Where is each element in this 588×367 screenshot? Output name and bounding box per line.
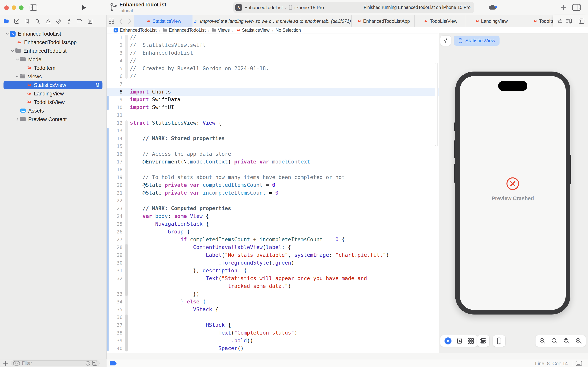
code-line-40[interactable]: 40 Spacer() xyxy=(107,344,439,352)
code-line-11[interactable]: 11 xyxy=(107,111,439,119)
cloud-status-icon[interactable] xyxy=(488,4,497,10)
code-line-17[interactable]: 17 @Environment(\.modelContext) private … xyxy=(107,158,439,166)
code-line-23[interactable]: 23 // MARK: Computed properties xyxy=(107,204,439,212)
sidebar-item-assets[interactable]: Assets xyxy=(0,107,106,115)
reports-navigator-icon[interactable] xyxy=(87,19,93,24)
find-navigator-icon[interactable] xyxy=(35,19,40,24)
tab-todolistview[interactable]: TodoListView xyxy=(415,15,466,27)
code-line-37[interactable]: 37 HStack { xyxy=(107,321,439,329)
preview-tab-chip[interactable]: StatisticsView xyxy=(454,36,500,46)
code-line-7[interactable]: 7 xyxy=(107,80,439,88)
code-line-12[interactable]: 12struct StatisticsView: View { xyxy=(107,119,439,127)
live-preview-button[interactable] xyxy=(444,337,452,345)
forward-button[interactable] xyxy=(125,15,134,27)
breadcrumb-item-enhancedtodolist[interactable]: AEnhancedTodoList xyxy=(114,28,157,33)
device-settings-button[interactable] xyxy=(477,335,489,347)
bookmarks-navigator-icon[interactable] xyxy=(25,19,30,24)
scm-status-filter-icon[interactable] xyxy=(92,361,97,366)
sidebar-item-views[interactable]: Views xyxy=(0,72,106,81)
code-line-19[interactable]: 19 // To hold stats about how many items… xyxy=(107,173,439,181)
code-line-33[interactable]: 33 }) xyxy=(107,290,439,298)
minimize-window-button[interactable] xyxy=(12,5,16,10)
code-line-15[interactable]: 15 xyxy=(107,142,439,150)
code-line-3[interactable]: 3// EnhancedTodoList xyxy=(107,49,439,57)
project-navigator-icon[interactable] xyxy=(3,19,9,24)
code-line-14[interactable]: 14 // MARK: Stored properties xyxy=(107,134,439,142)
code-line-22[interactable]: 22 xyxy=(107,197,439,204)
code-line-10[interactable]: 10import SwiftUI xyxy=(107,103,439,111)
code-line-6[interactable]: 6// xyxy=(107,72,439,80)
variants-button[interactable] xyxy=(468,338,474,344)
code-line-21[interactable]: 21 @State private var incompleteItemsCou… xyxy=(107,189,439,197)
sidebar-item-model[interactable]: Model xyxy=(0,55,106,64)
filter-input[interactable] xyxy=(22,361,80,366)
activity-status-bar[interactable]: A EnhancedTodoList › iPhone 15 Pro Finis… xyxy=(233,2,474,13)
tab-statisticsview[interactable]: StatisticsView xyxy=(134,15,193,27)
code-line-9[interactable]: 9import SwiftData xyxy=(107,96,439,103)
code-line-8[interactable]: 8import Charts xyxy=(107,88,439,96)
code-line-35[interactable]: 35 VStack { xyxy=(107,306,439,313)
breakpoints-navigator-icon[interactable] xyxy=(77,19,82,24)
code-line-2[interactable]: 2// StatisticsView.swift xyxy=(107,41,439,49)
sidebar-item-landingview[interactable]: LandingView xyxy=(0,89,106,98)
add-editor-icon[interactable] xyxy=(579,18,585,24)
sidebar-item-enhancedtodolist[interactable]: AEnhancedTodoList xyxy=(0,30,106,38)
add-file-button[interactable] xyxy=(3,361,8,366)
code-line-25[interactable]: 25 NavigationStack { xyxy=(107,220,439,228)
zoom-100-icon[interactable]: 1 xyxy=(551,338,558,344)
breadcrumb-item-statisticsview[interactable]: StatisticsView xyxy=(236,28,269,33)
code-line-16[interactable]: 16 // Access the app data store xyxy=(107,150,439,158)
chevron-down-icon[interactable] xyxy=(5,31,10,36)
sidebar-item-enhancedtodolist[interactable]: EnhancedTodoList xyxy=(0,47,106,55)
debug-navigator-icon[interactable] xyxy=(67,19,72,24)
pin-preview-button[interactable] xyxy=(440,36,451,46)
code-line-1[interactable]: 1// xyxy=(107,33,439,41)
preview-device-button[interactable] xyxy=(493,335,505,347)
chevron-down-icon[interactable] xyxy=(15,57,20,62)
breadcrumb-item-no-selection[interactable]: No Selection xyxy=(276,28,301,33)
tab-improved-the-landing-view-so-we-c-it-pre[interactable]: #Improved the landing view so we c…It pr… xyxy=(193,15,352,27)
code-line-28[interactable]: 28 ContentUnavailableView(label: { xyxy=(107,243,439,251)
chevron-right-icon[interactable] xyxy=(15,117,20,122)
code-line-27[interactable]: 27 if completedItemsCount + incompleteIt… xyxy=(107,236,439,243)
code-line-wrap[interactable]: tracked some data.") xyxy=(107,282,439,290)
back-button[interactable] xyxy=(116,15,125,27)
breadcrumb-item-enhancedtodolist[interactable]: EnhancedTodoList xyxy=(163,28,206,33)
tab-enhancedtodolistapp[interactable]: EnhancedTodoListApp xyxy=(352,15,415,27)
code-line-39[interactable]: 39 .bold() xyxy=(107,337,439,344)
sidebar-item-enhancedtodolistapp[interactable]: EnhancedTodoListApp xyxy=(0,38,106,47)
code-line-18[interactable]: 18 xyxy=(107,166,439,173)
toggle-debug-area-icon[interactable] xyxy=(576,361,582,366)
editor-grid-icon[interactable] xyxy=(107,15,116,27)
source-editor[interactable]: 1//2// StatisticsView.swift3// EnhancedT… xyxy=(107,33,439,353)
code-line-13[interactable]: 13 xyxy=(107,127,439,134)
sidebar-item-todolistview[interactable]: TodoListView xyxy=(0,98,106,107)
code-line-38[interactable]: 38 Text("Completion status") xyxy=(107,329,439,337)
zoom-fit-icon[interactable] xyxy=(563,338,570,344)
issues-navigator-icon[interactable] xyxy=(45,19,51,24)
breadcrumb-item-views[interactable]: Views xyxy=(212,28,230,33)
toggle-navigator-icon[interactable] xyxy=(30,4,37,11)
sidebar-item-preview-content[interactable]: Preview Content xyxy=(0,115,106,124)
sidebar-item-todoitem[interactable]: TodoItem xyxy=(0,64,106,72)
code-line-29[interactable]: 29 Label("No stats available", systemIma… xyxy=(107,251,439,259)
add-tab-button[interactable] xyxy=(561,5,566,10)
source-control-navigator-icon[interactable] xyxy=(14,19,19,24)
recent-files-clock-icon[interactable] xyxy=(85,361,90,366)
swap-editor-icon[interactable] xyxy=(556,18,563,24)
code-line-36[interactable]: 36 xyxy=(107,313,439,321)
code-line-32[interactable]: 32 Text("Statistics will appear once you… xyxy=(107,275,439,282)
zoom-in-icon[interactable] xyxy=(576,338,582,344)
filter-field[interactable] xyxy=(11,360,100,366)
zoom-window-button[interactable] xyxy=(19,5,24,10)
tests-navigator-icon[interactable] xyxy=(56,19,61,24)
code-line-4[interactable]: 4// xyxy=(107,57,439,65)
code-line-31[interactable]: 31 }, description: { xyxy=(107,267,439,275)
editor-options-icon[interactable] xyxy=(566,18,572,24)
toggle-inspectors-icon[interactable] xyxy=(572,4,581,11)
code-line-34[interactable]: 34 } else { xyxy=(107,298,439,306)
code-line-26[interactable]: 26 Group { xyxy=(107,228,439,236)
code-line-20[interactable]: 20 @State private var completedItemsCoun… xyxy=(107,181,439,189)
sidebar-item-statisticsview[interactable]: StatisticsViewM xyxy=(0,81,106,89)
close-window-button[interactable] xyxy=(4,5,9,10)
